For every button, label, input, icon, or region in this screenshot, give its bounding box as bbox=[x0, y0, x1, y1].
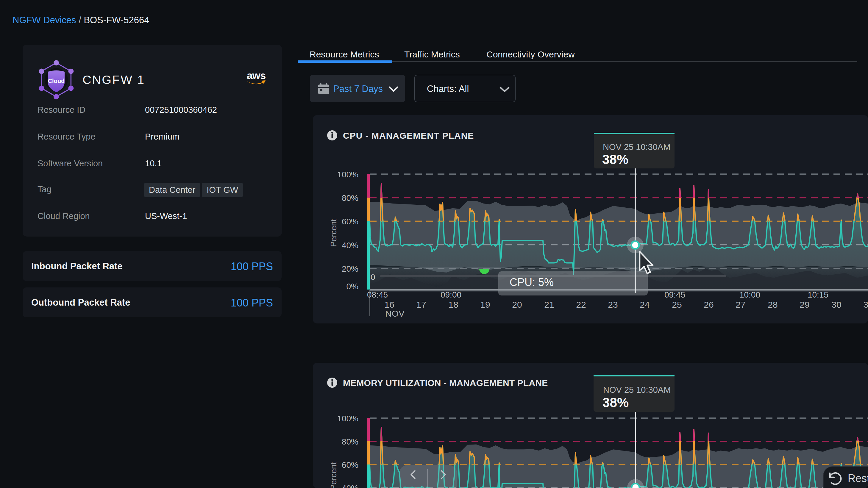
svg-text:CPU: 5%: CPU: 5% bbox=[509, 276, 554, 288]
svg-text:Cloud: Cloud bbox=[48, 78, 65, 84]
svg-text:19: 19 bbox=[480, 300, 490, 310]
svg-text:25: 25 bbox=[672, 300, 682, 310]
svg-text:0: 0 bbox=[371, 272, 375, 282]
svg-text:NOV 25 10:30AM: NOV 25 10:30AM bbox=[603, 142, 670, 152]
svg-text:aws: aws bbox=[247, 70, 266, 81]
svg-text:NOV: NOV bbox=[385, 308, 405, 318]
svg-text:Percent: Percent bbox=[329, 462, 338, 488]
svg-text:28: 28 bbox=[768, 300, 777, 310]
svg-text:22: 22 bbox=[576, 300, 586, 310]
svg-text:09:45: 09:45 bbox=[664, 290, 685, 299]
svg-text:30: 30 bbox=[831, 300, 841, 310]
svg-text:21: 21 bbox=[544, 300, 554, 310]
svg-text:24: 24 bbox=[640, 300, 650, 310]
svg-text:20: 20 bbox=[512, 300, 522, 310]
svg-text:Restart: Restart bbox=[848, 472, 868, 484]
svg-text:80%: 80% bbox=[342, 437, 359, 446]
svg-text:26: 26 bbox=[704, 300, 714, 310]
svg-text:17: 17 bbox=[416, 300, 426, 310]
svg-text:31: 31 bbox=[863, 300, 868, 310]
svg-text:27: 27 bbox=[736, 300, 745, 310]
svg-text:60%: 60% bbox=[342, 217, 359, 226]
svg-text:29: 29 bbox=[800, 300, 809, 310]
svg-text:23: 23 bbox=[608, 300, 618, 310]
svg-text:18: 18 bbox=[448, 300, 458, 310]
svg-text:09:00: 09:00 bbox=[440, 290, 461, 299]
svg-text:16: 16 bbox=[384, 300, 394, 310]
svg-text:10:00: 10:00 bbox=[739, 290, 760, 299]
svg-text:20%: 20% bbox=[342, 264, 359, 273]
svg-text:38%: 38% bbox=[602, 395, 629, 410]
svg-text:100%: 100% bbox=[337, 170, 359, 179]
svg-text:38%: 38% bbox=[602, 152, 628, 167]
svg-text:40%: 40% bbox=[342, 484, 359, 488]
svg-text:08:45: 08:45 bbox=[367, 290, 388, 299]
svg-text:60%: 60% bbox=[342, 460, 359, 469]
svg-text:100%: 100% bbox=[337, 414, 359, 423]
svg-text:Percent: Percent bbox=[329, 219, 338, 247]
svg-text:NOV 25 10:30AM: NOV 25 10:30AM bbox=[603, 385, 671, 395]
svg-text:0%: 0% bbox=[346, 282, 359, 291]
svg-text:40%: 40% bbox=[342, 241, 359, 250]
svg-text:80%: 80% bbox=[342, 193, 359, 203]
svg-text:10:15: 10:15 bbox=[808, 290, 829, 299]
